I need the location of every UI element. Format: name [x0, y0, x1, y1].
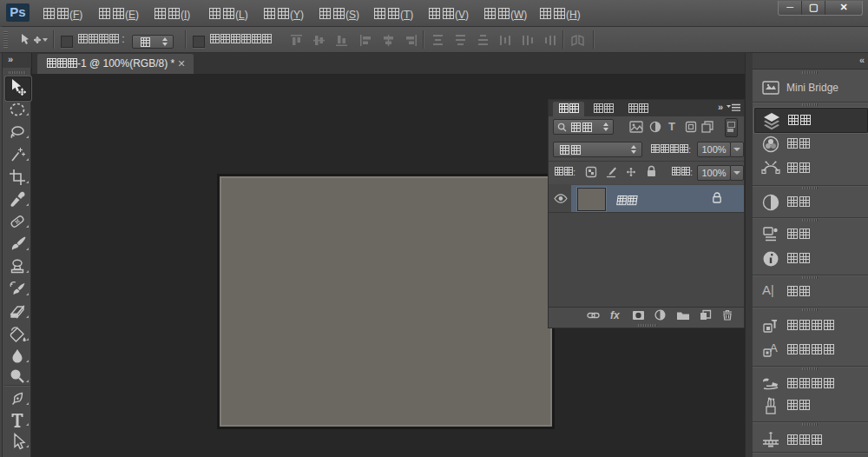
svg-text:A: A: [770, 341, 778, 354]
